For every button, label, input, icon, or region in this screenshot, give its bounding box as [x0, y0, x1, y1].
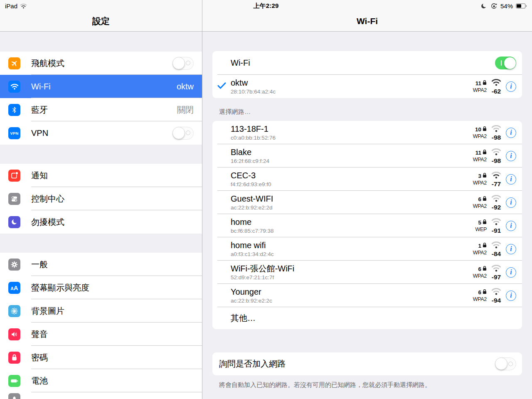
signal-block: -98 — [491, 148, 501, 165]
network-mac: 52:d9:e7:21:1c:7f — [231, 274, 473, 281]
wallpaper-icon — [8, 305, 20, 317]
network-mac: a0:f3:c1:34:d2:4c — [231, 251, 473, 257]
wifi-icon — [8, 81, 20, 93]
info-icon[interactable]: i — [506, 221, 516, 231]
signal-block: -91 — [491, 217, 501, 234]
info-icon[interactable]: i — [506, 267, 516, 278]
sidebar-item-sounds[interactable]: 聲音 — [0, 323, 202, 346]
sidebar-item-label: 電池 — [31, 375, 194, 387]
network-mac: 16:2f:68:c9:f:24 — [231, 158, 473, 164]
network-row[interactable]: WiFi-張公館-WiFi 52:d9:e7:21:1c:7f 6 WPA2 -… — [212, 261, 522, 284]
sidebar-item-value: 關閉 — [177, 104, 194, 116]
network-name: home — [231, 217, 475, 227]
ask-to-join-row: 詢問是否加入網路 — [212, 352, 522, 375]
lock-icon — [483, 266, 487, 272]
info-icon[interactable]: i — [506, 81, 516, 92]
sidebar-item-do-not-disturb[interactable]: 勿擾模式 — [0, 210, 202, 234]
sounds-icon — [8, 328, 20, 340]
airplane-toggle[interactable] — [172, 57, 194, 70]
info-icon[interactable]: i — [506, 128, 516, 138]
network-name-block: WiFi-張公館-WiFi 52:d9:e7:21:1c:7f — [231, 264, 473, 281]
channel-label: 11 — [475, 150, 481, 156]
network-mac: bc:f6:85:c7:79:38 — [231, 228, 475, 234]
control-center-icon — [8, 193, 20, 205]
network-name: 113-18F-1 — [231, 124, 473, 133]
sidebar-item-passcode[interactable]: 密碼 — [0, 346, 202, 369]
sidebar-item-wifi[interactable]: Wi-Fi oktw — [0, 75, 202, 98]
sidebar-item-privacy-partial[interactable] — [0, 392, 202, 399]
lock-icon — [483, 126, 487, 133]
network-name-block: Blake 16:2f:68:c9:f:24 — [231, 148, 473, 164]
network-name: Younger — [231, 287, 473, 296]
sidebar-item-general-gear[interactable]: 一般 — [0, 253, 202, 276]
network-mac: c0:a0:bb:1b:52:76 — [231, 135, 473, 141]
channel-label: 5 — [478, 219, 481, 226]
sidebar-item-vpn[interactable]: VPN VPN — [0, 121, 202, 145]
info-icon[interactable]: i — [506, 174, 516, 185]
network-row[interactable]: Younger ac:22:b:92:e2:2c 6 WPA2 -94 i — [212, 284, 522, 307]
network-accessories: 1 WPA2 -84 i — [473, 241, 516, 258]
wifi-switch-row: Wi-Fi — [212, 51, 522, 75]
info-icon[interactable]: i — [506, 244, 516, 254]
sidebar-list: 飛航模式 Wi-Fi oktw 藍牙 關閉 VPN VPN 通知 — [0, 32, 202, 399]
status-bar: iPad 上午2:29 54% — [0, 0, 532, 12]
info-icon[interactable]: i — [506, 291, 516, 301]
info-icon[interactable]: i — [506, 197, 516, 208]
channel-label: 6 — [478, 289, 481, 296]
rssi-label: -98 — [492, 157, 501, 165]
ask-to-join-toggle[interactable] — [495, 357, 516, 370]
network-accessories: 5 WEP -91 i — [475, 217, 516, 234]
wifi-main-card: Wi-Fi oktw 28:10:7b:64:a2:4c 11 WPA2 -62 — [212, 51, 522, 98]
vpn-toggle[interactable] — [172, 127, 194, 140]
signal-block: -98 — [491, 124, 501, 141]
network-row[interactable]: home bc:f6:85:c7:79:38 5 WEP -91 i — [212, 214, 522, 237]
sidebar-group: 飛航模式 Wi-Fi oktw 藍牙 關閉 VPN VPN — [0, 52, 202, 145]
sidebar-item-label: 一般 — [31, 259, 194, 270]
sidebar-item-bluetooth[interactable]: 藍牙 關閉 — [0, 98, 202, 121]
security-label: WPA2 — [473, 133, 487, 139]
channel-security-block: 11 WPA2 — [473, 80, 487, 93]
sidebar-item-notifications[interactable]: 通知 — [0, 164, 202, 187]
wifi-signal-icon — [491, 124, 501, 134]
security-label: WPA2 — [473, 87, 487, 93]
notifications-icon — [8, 170, 20, 182]
security-label: WPA2 — [473, 296, 487, 302]
network-row[interactable]: home wifi a0:f3:c1:34:d2:4c 1 WPA2 -84 i — [212, 237, 522, 261]
wifi-toggle[interactable] — [495, 57, 516, 69]
wifi-signal-icon — [491, 217, 501, 227]
sidebar-item-label: 飛航模式 — [31, 58, 172, 69]
sidebar-item-battery[interactable]: 電池 — [0, 369, 202, 392]
sidebar-item-wallpaper[interactable]: 背景圖片 — [0, 299, 202, 323]
other-network-row[interactable]: 其他… — [212, 307, 522, 329]
signal-block: -92 — [491, 194, 501, 211]
status-wifi-icon — [20, 3, 27, 9]
lock-icon — [483, 80, 487, 86]
network-row[interactable]: Blake 16:2f:68:c9:f:24 11 WPA2 -98 i — [212, 144, 522, 167]
wifi-signal-icon — [491, 78, 501, 88]
lock-icon — [483, 149, 487, 156]
network-row[interactable]: CEC-3 f4:f2:6d:93:e9:f0 3 WPA2 -77 i — [212, 167, 522, 191]
connected-network-row[interactable]: oktw 28:10:7b:64:a2:4c 11 WPA2 -62 i — [212, 75, 522, 98]
network-row[interactable]: Guest-WIFI ac:22:b:92:e2:2d 6 WPA2 -92 i — [212, 191, 522, 214]
channel-label: 6 — [478, 196, 481, 202]
wifi-signal-icon — [491, 241, 501, 250]
sidebar-item-control-center[interactable]: 控制中心 — [0, 187, 202, 210]
page-title: Wi-Fi — [357, 16, 378, 26]
info-icon[interactable]: i — [506, 151, 516, 161]
sidebar-item-airplane[interactable]: 飛航模式 — [0, 52, 202, 75]
passcode-icon — [8, 352, 20, 364]
rssi-label: -91 — [492, 227, 501, 234]
channel-label: 1 — [478, 243, 481, 249]
channel-security-block: 5 WEP — [475, 219, 487, 232]
display-brightness-icon: AA — [8, 282, 20, 294]
network-accessories: 3 WPA2 -77 i — [473, 171, 516, 188]
network-row[interactable]: 113-18F-1 c0:a0:bb:1b:52:76 10 WPA2 -98 … — [212, 121, 522, 144]
network-name-block: 113-18F-1 c0:a0:bb:1b:52:76 — [231, 124, 473, 141]
rssi-label: -98 — [492, 134, 501, 141]
sidebar-item-display-brightness[interactable]: AA 螢幕顯示與亮度 — [0, 276, 202, 299]
status-time: 上午2:29 — [253, 2, 278, 10]
battery-icon — [8, 375, 20, 387]
rssi-label: -62 — [492, 88, 501, 95]
settings-sidebar: 設定 飛航模式 Wi-Fi oktw 藍牙 關閉 VPN VPN — [0, 0, 202, 399]
network-name-block: Guest-WIFI ac:22:b:92:e2:2d — [231, 194, 473, 211]
